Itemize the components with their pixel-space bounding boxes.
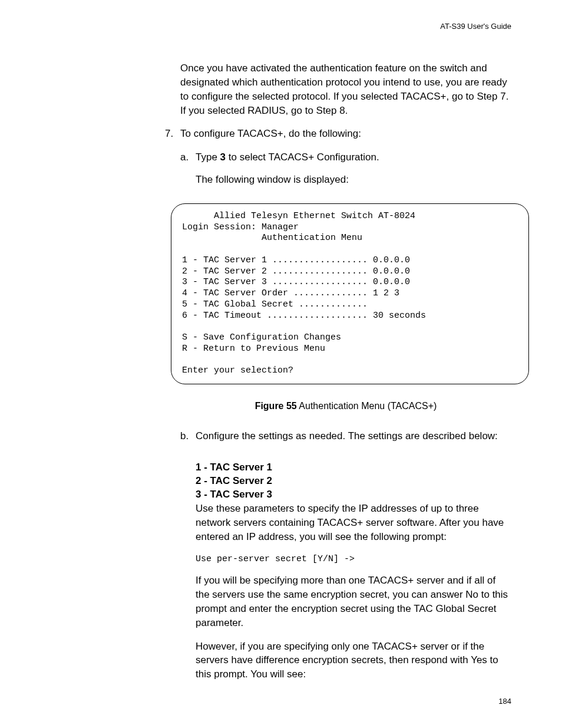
param-2-header: 2 - TAC Server 2 bbox=[196, 475, 511, 488]
param-desc-1: Use these parameters to specify the IP a… bbox=[196, 502, 511, 543]
substep-letter: a. bbox=[180, 150, 196, 164]
step-body: To configure TACACS+, do the following: … bbox=[180, 127, 511, 195]
param-desc-2: If you will be specifying more than one … bbox=[196, 574, 511, 630]
param-section: 1 - TAC Server 1 2 - TAC Server 2 3 - TA… bbox=[196, 461, 511, 681]
param-desc-3: However, if you are specifying only one … bbox=[196, 640, 511, 681]
substep-b-wrapper: b. Configure the settings as needed. The… bbox=[180, 429, 511, 681]
page-header: AT-S39 User's Guide bbox=[51, 21, 511, 32]
intro-paragraph: Once you have activated the authenticati… bbox=[180, 61, 511, 117]
substep-b: b. Configure the settings as needed. The… bbox=[180, 429, 511, 453]
figure-label: Figure 55 bbox=[255, 401, 297, 411]
substep-a-bold: 3 bbox=[220, 151, 226, 163]
step-number: 7. bbox=[165, 127, 180, 195]
step-list: 7. To configure TACACS+, do the followin… bbox=[165, 127, 511, 195]
substep-body: Type 3 to select TACACS+ Configuration. bbox=[196, 150, 511, 164]
terminal-window: Allied Telesyn Ethernet Switch AT-8024 L… bbox=[171, 203, 529, 384]
substep-body: Configure the settings as needed. The se… bbox=[196, 429, 511, 453]
mono-prompt: Use per-server secret [Y/N] -> bbox=[196, 553, 511, 565]
step-text: To configure TACACS+, do the following: bbox=[180, 127, 511, 141]
substep-a-line2: The following window is displayed: bbox=[196, 173, 511, 187]
step-7: 7. To configure TACACS+, do the followin… bbox=[165, 127, 511, 195]
param-3-header: 3 - TAC Server 3 bbox=[196, 488, 511, 502]
substep-a-pre: Type bbox=[196, 151, 220, 163]
substep-a-post: to select TACACS+ Configuration. bbox=[226, 151, 379, 163]
substep-a: a. Type 3 to select TACACS+ Configuratio… bbox=[180, 150, 511, 164]
substep-b-text: Configure the settings as needed. The se… bbox=[196, 429, 511, 443]
param-block: 1 - TAC Server 1 2 - TAC Server 2 3 - TA… bbox=[196, 461, 511, 543]
figure-caption: Figure 55 Authentication Menu (TACACS+) bbox=[180, 400, 511, 413]
main-content: Once you have activated the authenticati… bbox=[180, 61, 511, 681]
substep-letter: b. bbox=[180, 429, 196, 453]
param-1-header: 1 - TAC Server 1 bbox=[196, 461, 511, 475]
page-number: 184 bbox=[498, 696, 511, 707]
figure-caption-text: Authentication Menu (TACACS+) bbox=[297, 401, 437, 411]
